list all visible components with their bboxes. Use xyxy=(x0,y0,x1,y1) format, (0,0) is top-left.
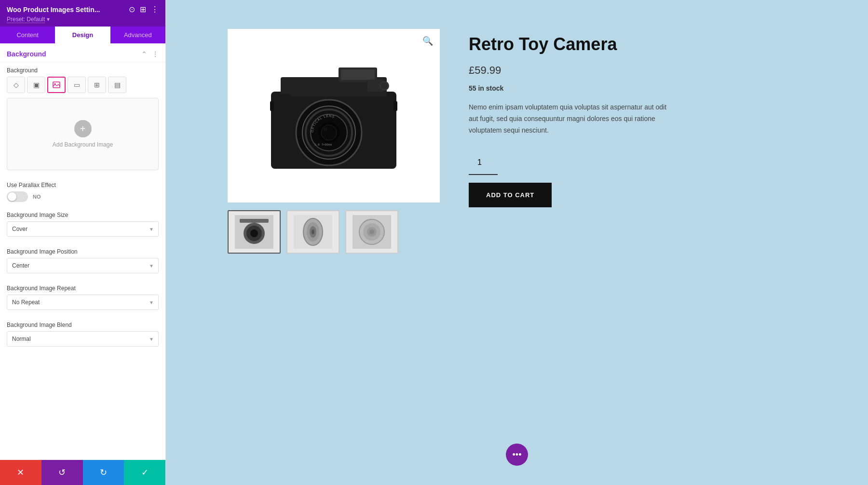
panel-title: Woo Product Images Settin... xyxy=(7,6,100,13)
main-image-container: 🔍 xyxy=(228,29,440,202)
product-info: Retro Toy Camera £59.99 55 in stock Nemo… xyxy=(469,29,806,254)
svg-text:1:8  f=80mm: 1:8 f=80mm xyxy=(314,143,332,146)
parallax-label: Use Parallax Effect xyxy=(0,177,165,191)
bg-type-none[interactable]: ◇ xyxy=(7,77,25,93)
add-bg-text: Add Background Image xyxy=(53,141,113,148)
svg-point-25 xyxy=(250,229,258,237)
more-icon[interactable]: ⋮ xyxy=(151,5,159,14)
background-field-label: Background xyxy=(0,62,165,77)
left-panel: Woo Product Images Settin... ⊙ ⊞ ⋮ Prese… xyxy=(0,0,166,485)
svg-rect-26 xyxy=(240,219,269,223)
cancel-button[interactable]: ✕ xyxy=(0,460,41,485)
redo-button[interactable]: ↻ xyxy=(83,460,124,485)
panel-content: Background ⌃ ⋮ Background ◇ ▣ ▭ ⊞ ▤ xyxy=(0,43,165,460)
tab-design[interactable]: Design xyxy=(55,27,110,43)
bg-repeat-select-field: No Repeat Repeat Repeat X Repeat Y ▼ xyxy=(7,295,159,310)
product-description: Nemo enim ipsam voluptatem quia voluptas… xyxy=(469,102,671,136)
thumbnail-row xyxy=(228,210,440,254)
product-price: £59.99 xyxy=(469,64,806,77)
floating-dots-button[interactable]: ••• xyxy=(506,444,528,466)
toggle-knob xyxy=(8,192,16,201)
bg-repeat-select[interactable]: No Repeat Repeat Repeat X Repeat Y xyxy=(7,295,159,310)
thumbnail-2[interactable] xyxy=(286,210,339,254)
svg-rect-19 xyxy=(272,94,291,166)
bg-position-select-field: Center Top Left Top Center Top Right ▼ xyxy=(7,258,159,273)
parallax-toggle-row: NO xyxy=(0,191,165,207)
panel-header: Woo Product Images Settin... ⊙ ⊞ ⋮ Prese… xyxy=(0,0,165,27)
bg-type-video[interactable]: ▤ xyxy=(108,77,126,93)
grid-icon[interactable]: ⊞ xyxy=(140,5,146,14)
product-title: Retro Toy Camera xyxy=(469,34,806,54)
product-stock: 55 in stock xyxy=(469,84,806,92)
svg-rect-20 xyxy=(270,101,274,111)
bg-size-label: Background Image Size xyxy=(0,207,165,221)
svg-point-18 xyxy=(381,82,388,89)
panel-title-icons: ⊙ ⊞ ⋮ xyxy=(129,5,159,14)
parallax-toggle[interactable] xyxy=(7,191,28,202)
svg-point-14 xyxy=(321,125,337,140)
save-button[interactable]: ✓ xyxy=(124,460,165,485)
bg-position-label: Background Image Position xyxy=(0,243,165,258)
reset-button[interactable]: ↺ xyxy=(41,460,83,485)
bg-type-pattern[interactable]: ⊞ xyxy=(88,77,106,93)
svg-point-31 xyxy=(312,229,314,234)
bg-type-color[interactable]: ▣ xyxy=(27,77,45,93)
dots-icon: ••• xyxy=(513,450,522,460)
tab-content[interactable]: Content xyxy=(0,27,55,43)
bg-size-select[interactable]: Cover Contain Auto xyxy=(7,221,159,237)
panel-actions: ✕ ↺ ↻ ✓ xyxy=(0,460,165,485)
toggle-no-label: NO xyxy=(33,194,41,200)
main-content: 🔍 xyxy=(166,0,868,485)
collapse-icon[interactable]: ⌃ xyxy=(141,50,147,58)
section-header: Background ⌃ ⋮ xyxy=(0,43,165,62)
bg-blend-label: Background Image Blend xyxy=(0,317,165,331)
bg-size-select-field: Cover Contain Auto ▼ xyxy=(7,221,159,237)
section-header-icons: ⌃ ⋮ xyxy=(141,50,159,58)
add-background-image-area[interactable]: + Add Background Image xyxy=(7,98,159,170)
panel-preset[interactable]: Preset: Default ▾ xyxy=(7,14,159,27)
product-layout: 🔍 xyxy=(228,29,806,254)
bg-type-image[interactable] xyxy=(47,77,66,93)
svg-rect-5 xyxy=(341,69,375,80)
svg-point-15 xyxy=(324,127,327,131)
svg-point-36 xyxy=(369,229,374,234)
bg-type-gradient[interactable]: ▭ xyxy=(68,77,86,93)
section-title: Background xyxy=(7,50,46,58)
svg-rect-21 xyxy=(393,101,397,111)
tab-advanced[interactable]: Advanced xyxy=(110,27,165,43)
settings-icon[interactable]: ⊙ xyxy=(129,5,135,14)
bg-blend-select-field: Normal Multiply Screen Overlay ▼ xyxy=(7,331,159,347)
bg-blend-select[interactable]: Normal Multiply Screen Overlay xyxy=(7,331,159,347)
thumbnail-3[interactable] xyxy=(345,210,398,254)
quantity-row xyxy=(469,151,806,175)
section-more-icon[interactable]: ⋮ xyxy=(152,50,159,58)
product-main-image: OPTICAL LENS 1:8 f=80mm xyxy=(261,43,406,188)
panel-tabs: Content Design Advanced xyxy=(0,27,165,43)
bg-type-row: ◇ ▣ ▭ ⊞ ▤ xyxy=(0,77,165,98)
bg-position-select[interactable]: Center Top Left Top Center Top Right xyxy=(7,258,159,273)
add-to-cart-button[interactable]: ADD TO CART xyxy=(469,183,552,207)
product-images: 🔍 xyxy=(228,29,440,254)
bg-repeat-label: Background Image Repeat xyxy=(0,280,165,295)
thumbnail-1[interactable] xyxy=(228,210,281,254)
add-bg-circle: + xyxy=(74,120,92,137)
zoom-icon[interactable]: 🔍 xyxy=(422,36,433,46)
quantity-input[interactable] xyxy=(469,151,498,175)
